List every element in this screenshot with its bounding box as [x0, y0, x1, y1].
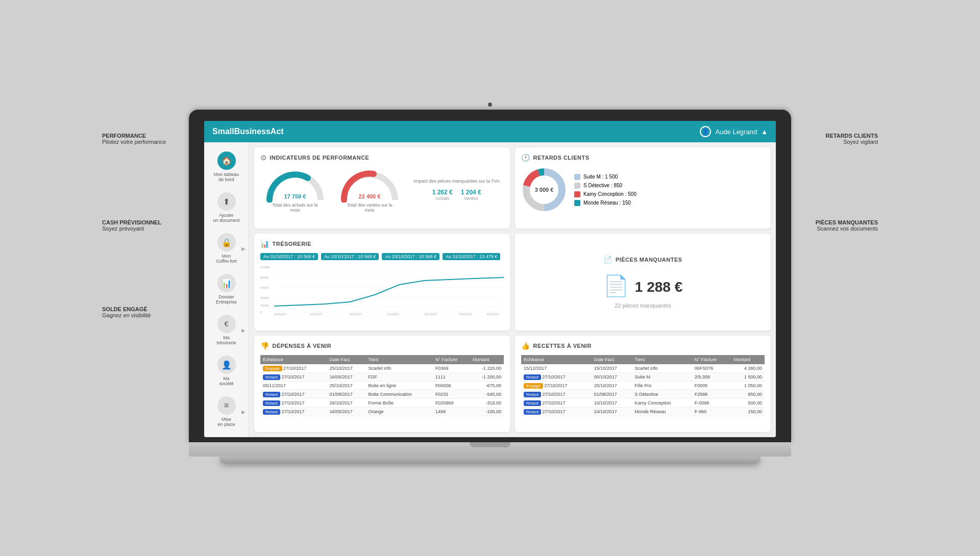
cell-date-fact: 16/05/2017	[327, 408, 366, 416]
sidebar-item-tableau-bord[interactable]: 🏠 Mon tableaude bord	[204, 146, 249, 187]
pieces-manquantes-card: 📄 PIÈCES MANQUANTES 📄 1 288 € 22 pièces …	[515, 234, 771, 331]
cell-facture: 06FS076	[692, 364, 731, 373]
pieces-amount-section: 📄 1 288 €	[603, 274, 682, 298]
sidebar-item-mise-en-place[interactable]: ≡ Miseen place ▶	[204, 391, 249, 432]
svg-text:31/12/2017: 31/12/2017	[387, 313, 400, 315]
cell-montant: 150,00	[731, 408, 765, 416]
cell-facture: F0005	[692, 382, 731, 390]
badge-1: Au 01/10/2017 : 10 568 €	[260, 253, 318, 260]
pieces-count: 22 pièces manquantes	[615, 302, 671, 309]
badge-4: Au 31/10/2017 : 13 479 €	[443, 253, 500, 260]
donut-label: 3 000 €	[535, 187, 554, 193]
tresorerie-title: 📊 TRÉSORERIE	[260, 240, 504, 248]
table-row: 05/11/2017 25/10/2017 Boite en ligne F00…	[260, 382, 504, 390]
svg-text:40000: 40000	[260, 296, 269, 299]
doc-icon: 📄	[603, 274, 629, 298]
euro-icon: €	[217, 315, 236, 333]
username: Aude Legrand	[715, 128, 757, 136]
cell-montant: -319,00	[470, 399, 504, 408]
laptop-notch	[470, 442, 510, 447]
list-icon: ≡	[217, 396, 236, 415]
user-info[interactable]: 👤 Aude Legrand ▲	[700, 126, 768, 137]
recettes-table-wrapper: Echéance Date Fact. Tiers N° Facture Mon…	[521, 355, 765, 416]
rec-col-facture: N° Facture	[692, 355, 731, 364]
svg-text:31/03/2018: 31/03/2018	[486, 313, 499, 315]
cell-echeance: Retard 27/10/2017	[521, 390, 592, 399]
laptop-screen: SmallBusinessAct 👤 Aude Legrand ▲ 🏠 Mon …	[204, 121, 776, 437]
cell-date-fact: 01/09/2017	[327, 390, 366, 399]
performance-gauges: 17 759 € Total des achats sur le mois	[260, 167, 504, 213]
depenses-card: 👎 DÉPENSES À VENIR Echéance Date Fact.	[254, 336, 510, 432]
cell-echeance: Retard 27/10/2017	[521, 399, 592, 408]
performance-title: ⊙ INDICATEURS DE PERFORMANCE	[260, 154, 504, 162]
cell-tiers: S Détective	[632, 390, 692, 399]
cell-echeance: Engagé 27/10/2017	[260, 364, 327, 373]
donut-chart: 3 000 €	[521, 167, 567, 213]
person-icon: 👤	[217, 356, 236, 374]
retards-content: 3 000 € Suite M : 1 500	[521, 167, 765, 213]
status-badge: Retard	[263, 409, 280, 415]
cell-facture: 2/9.358	[692, 373, 731, 382]
depenses-title: 👎 DÉPENSES À VENIR	[260, 342, 504, 350]
cell-montant: 4 260,00	[731, 364, 765, 373]
thumbs-up-icon: 👍	[521, 342, 530, 350]
cell-date-fact: 05/10/2017	[592, 373, 632, 382]
cell-date-fact: 24/10/2017	[592, 408, 632, 416]
cell-facture: F00006	[433, 382, 470, 390]
retards-card: 🕐 RETARDS CLIENTS	[515, 147, 771, 229]
legend-item-suite-m: Suite M : 1 500	[574, 174, 636, 180]
pieces-title: 📄 PIÈCES MANQUANTES	[603, 256, 682, 264]
status-badge: Retard	[263, 400, 280, 406]
legend-color-kamy	[574, 191, 580, 197]
cell-facture: F0231	[433, 390, 470, 399]
screen-bezel: SmallBusinessAct 👤 Aude Legrand ▲ 🏠 Mon …	[189, 110, 791, 442]
sidebar-item-coffre-fort[interactable]: 🔒 MonCoffre-fort ▶	[204, 228, 249, 269]
cell-facture: F2588	[692, 390, 731, 399]
cell-tiers: Forme Boîte	[366, 399, 433, 408]
rec-col-date-fact: Date Fact.	[592, 355, 632, 364]
legend-item-monde: Monde Réseau : 150	[574, 200, 636, 206]
status-badge: Retard	[524, 400, 541, 406]
pieces-amount: 1 288 €	[635, 279, 682, 295]
sidebar: 🏠 Mon tableaude bord ⬆ Ajouterun documen…	[204, 142, 249, 437]
cell-facture: F-0098	[692, 399, 731, 408]
cell-echeance: Retard 27/10/2017	[260, 390, 327, 399]
upload-icon: ⬆	[217, 192, 236, 211]
recettes-title: 👍 RECETTES À VENIR	[521, 342, 765, 350]
impact-values: 1 262 € Achats 1 204 € Ventes	[432, 189, 481, 201]
svg-text:17 759 €: 17 759 €	[284, 193, 306, 199]
cell-facture: F0369	[433, 364, 470, 373]
performance-label: PERFORMANCE Pilotez votre performance	[102, 133, 166, 145]
table-row: 15/12/2017 15/10/2017 Scarlet info 06FS0…	[521, 364, 765, 373]
status-badge: Retard	[524, 392, 541, 397]
cell-montant: -545,00	[470, 390, 504, 399]
sidebar-item-dossier[interactable]: 📊 DossierEntreprise	[204, 269, 249, 310]
laptop-foot	[219, 457, 761, 464]
svg-text:20000: 20000	[260, 304, 269, 307]
chevron-right-icon: ▶	[241, 246, 246, 251]
col-facture: N° Facture	[433, 355, 470, 364]
retards-title: 🕐 RETARDS CLIENTS	[521, 154, 765, 162]
chevron-right-2-icon: ▶	[241, 327, 246, 333]
chevron-up-icon: ▲	[761, 128, 768, 136]
cell-facture: 1458	[433, 408, 470, 416]
topbar: SmallBusinessAct 👤 Aude Legrand ▲	[204, 121, 776, 142]
cell-date-fact: 16/05/2017	[327, 373, 366, 382]
cash-label: CASH PRÉVISIONNEL Soyez prévoyant	[102, 219, 161, 232]
cell-tiers: Scarlet info	[366, 364, 433, 373]
clock-icon: 🕐	[521, 154, 530, 162]
svg-text:28/02/2018: 28/02/2018	[459, 313, 472, 315]
sidebar-item-tresorerie[interactable]: € Matrésorerie ▶	[204, 310, 249, 350]
main-layout: 🏠 Mon tableaude bord ⬆ Ajouterun documen…	[204, 142, 776, 437]
status-badge: Engagé	[263, 366, 282, 371]
sidebar-item-ajouter-doc[interactable]: ⬆ Ajouterun document	[204, 187, 249, 228]
table-row: Retard 27/10/2017 16/05/2017 FDF 1111 -1…	[260, 373, 504, 382]
table-row: Retard 27/10/2017 26/10/2017 Forme Boîte…	[260, 399, 504, 408]
rec-col-tiers: Tiers	[632, 355, 692, 364]
rec-col-montant: Montant	[731, 355, 765, 364]
camera-dot	[488, 103, 492, 107]
svg-text:80000: 80000	[260, 276, 269, 279]
brand-name: SmallBusinessAct	[212, 127, 284, 136]
legend-color-suite-m	[574, 174, 580, 180]
sidebar-item-societe[interactable]: 👤 Masociété	[204, 350, 249, 391]
